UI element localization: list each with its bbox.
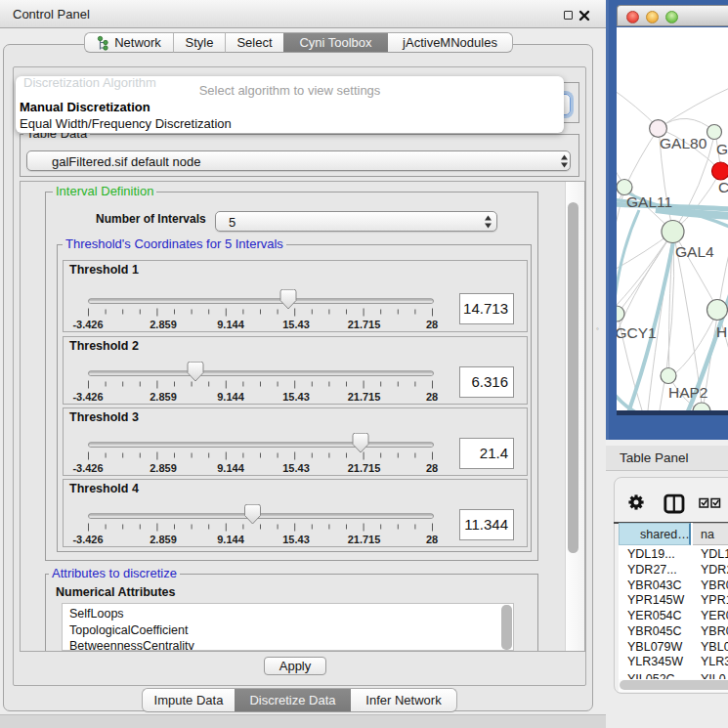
svg-text:HAP2: HAP2 bbox=[668, 384, 708, 401]
svg-text:GA: GA bbox=[716, 141, 728, 157]
svg-text:C: C bbox=[718, 179, 728, 195]
svg-text:GAL11: GAL11 bbox=[626, 193, 672, 210]
svg-text:H: H bbox=[716, 323, 727, 340]
svg-text:GAL4: GAL4 bbox=[675, 243, 714, 260]
svg-text:GCY1: GCY1 bbox=[617, 324, 657, 341]
svg-text:GAL80: GAL80 bbox=[660, 135, 707, 151]
